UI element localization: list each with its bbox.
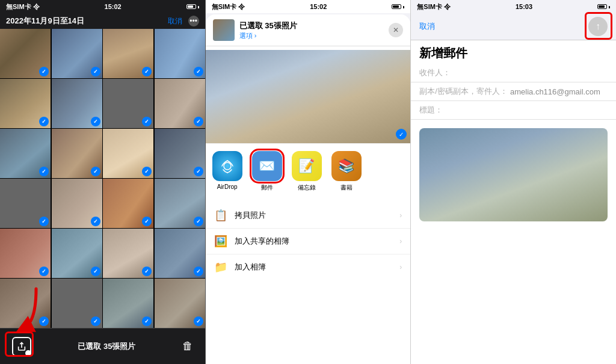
preview-selection-check: ✓ xyxy=(396,129,407,140)
share-close-button[interactable]: ✕ xyxy=(389,23,403,37)
selection-check: ✓ xyxy=(194,316,203,326)
photo-cell[interactable]: ✓ xyxy=(155,79,205,128)
selection-check: ✓ xyxy=(39,117,49,126)
time-1: 15:02 xyxy=(105,3,122,10)
books-icon: 📚 xyxy=(331,151,362,181)
photo-cell[interactable]: ✓ xyxy=(52,229,102,278)
send-icon: ↑ xyxy=(596,21,600,32)
subject-label: 標題： xyxy=(419,105,448,116)
photo-cell[interactable]: ✓ xyxy=(52,129,102,178)
selection-check: ✓ xyxy=(91,217,100,226)
to-label: 收件人： xyxy=(419,67,451,78)
delete-button[interactable]: 🗑 xyxy=(182,340,193,353)
share-notes[interactable]: 📝 備忘錄 xyxy=(290,151,324,192)
selection-check: ✓ xyxy=(39,316,49,326)
share-options-link[interactable]: 選項 › xyxy=(239,31,384,40)
selection-check: ✓ xyxy=(39,67,49,76)
cancel-button[interactable]: 取消 xyxy=(168,16,182,26)
photo-grid: ✓ ✓ ✓ ✓ ✓ ✓ ✓ ✓ ✓ ✓ ✓ ✓ ✓ ✓ ✓ ✓ ✓ ✓ ✓ ✓ … xyxy=(0,29,205,328)
mail-send-button[interactable]: ↑ xyxy=(588,17,608,36)
notes-icon: 📝 xyxy=(292,151,322,181)
selection-check: ✓ xyxy=(91,117,100,126)
share-mail[interactable]: ✉️ 郵件 xyxy=(250,151,284,192)
to-field[interactable]: 收件人： xyxy=(411,64,616,82)
copy-label: 拷貝照片 xyxy=(235,210,393,221)
photo-cell[interactable]: ✓ xyxy=(103,29,153,78)
photo-cell[interactable]: ✓ xyxy=(103,279,153,328)
mail-label: 郵件 xyxy=(261,184,273,192)
photo-cell[interactable]: ✓ xyxy=(155,129,205,178)
cc-value: amelia.ch116@gmail.com xyxy=(510,87,600,96)
photo-cell[interactable]: ✓ xyxy=(155,229,205,278)
mail-toolbar: 取消 ↑ xyxy=(411,13,616,40)
photo-cell[interactable]: ✓ xyxy=(103,79,153,128)
mail-cancel-button[interactable]: 取消 xyxy=(419,21,435,32)
photo-cell[interactable]: ✓ xyxy=(155,29,205,78)
more-button[interactable]: ••• xyxy=(188,16,199,26)
photo-cell[interactable]: ✓ xyxy=(0,129,51,178)
photo-cell[interactable]: ✓ xyxy=(0,229,51,278)
copy-photos-action[interactable]: 📋 拷貝照片 › xyxy=(206,203,411,229)
photo-cell[interactable]: ✓ xyxy=(103,229,153,278)
photo-cell[interactable]: ✓ xyxy=(0,29,51,78)
selection-check: ✓ xyxy=(39,217,49,226)
add-album-action[interactable]: 📁 加入相簿 › xyxy=(206,254,411,280)
photos-header: 2022年11月9日至14日 取消 ••• xyxy=(0,13,205,29)
add-album-label: 加入相簿 xyxy=(235,262,393,273)
photo-cell[interactable]: ✓ xyxy=(0,279,51,328)
photo-cell[interactable]: ✓ xyxy=(103,179,153,228)
photo-cell[interactable]: ✓ xyxy=(155,279,205,328)
battery-icon-1 xyxy=(186,4,196,9)
photo-cell[interactable]: ✓ xyxy=(52,179,102,228)
selected-count: 已選取 35張照片 xyxy=(31,341,182,352)
album-title: 2022年11月9日至14日 xyxy=(6,16,84,26)
selection-check: ✓ xyxy=(91,167,100,176)
books-label: 書籍 xyxy=(340,184,353,192)
battery-tip-3 xyxy=(609,6,610,8)
battery-tip-1 xyxy=(198,6,199,8)
battery-tip-2 xyxy=(403,6,404,8)
photo-cell[interactable]: ✓ xyxy=(52,279,102,328)
photo-cell[interactable]: ✓ xyxy=(52,29,102,78)
photo-cell[interactable]: ✓ xyxy=(155,179,205,228)
selection-check: ✓ xyxy=(194,167,203,176)
mail-body[interactable] xyxy=(411,120,616,364)
selection-check: ✓ xyxy=(142,167,152,176)
photo-cell[interactable]: ✓ xyxy=(0,79,51,128)
selection-check: ✓ xyxy=(39,167,49,176)
selection-check: ✓ xyxy=(91,267,100,276)
share-books[interactable]: 📚 書籍 xyxy=(330,151,363,192)
selection-check: ✓ xyxy=(142,67,152,76)
share-apps-row: AirDrop ✉️ 郵件 📝 備忘錄 📚 書籍 xyxy=(206,143,411,199)
cc-label: 副本/密碼副本，寄件人： xyxy=(419,86,508,97)
share-button[interactable] xyxy=(12,337,31,356)
selection-check: ✓ xyxy=(194,67,203,76)
carrier-1: 無SIM卡 令 xyxy=(6,2,40,11)
carrier-3: 無SIM卡 令 xyxy=(417,2,451,11)
icons-1 xyxy=(186,3,199,10)
time-3: 15:03 xyxy=(516,3,532,10)
share-count-label: 已選取 35張照片 xyxy=(239,20,384,31)
copy-icon: 📋 xyxy=(214,209,227,222)
battery-icon-2 xyxy=(392,4,401,9)
share-airdrop[interactable]: AirDrop xyxy=(211,151,244,192)
icons-3 xyxy=(597,3,610,10)
photo-cell[interactable]: ✓ xyxy=(0,179,51,228)
photo-cell[interactable]: ✓ xyxy=(103,129,153,178)
share-thumbnail xyxy=(213,19,235,41)
photo-cell[interactable]: ✓ xyxy=(52,79,102,128)
svg-point-2 xyxy=(224,162,231,170)
photos-panel: 無SIM卡 令 15:02 2022年11月9日至14日 取消 ••• ✓ ✓ … xyxy=(0,0,206,364)
selection-check: ✓ xyxy=(194,217,203,226)
notes-label: 備忘錄 xyxy=(298,184,316,192)
battery-icon-3 xyxy=(597,4,607,9)
airdrop-label: AirDrop xyxy=(217,184,238,190)
selection-check: ✓ xyxy=(142,117,152,126)
shared-album-label: 加入共享的相簿 xyxy=(235,236,393,247)
add-shared-album-action[interactable]: 🖼️ 加入共享的相簿 › xyxy=(206,229,411,254)
subject-field[interactable]: 標題： xyxy=(411,101,616,120)
share-title-group: 已選取 35張照片 選項 › xyxy=(239,20,384,40)
add-album-icon: 📁 xyxy=(214,261,227,274)
selection-check: ✓ xyxy=(142,316,152,326)
cc-field[interactable]: 副本/密碼副本，寄件人： amelia.ch116@gmail.com xyxy=(411,82,616,101)
